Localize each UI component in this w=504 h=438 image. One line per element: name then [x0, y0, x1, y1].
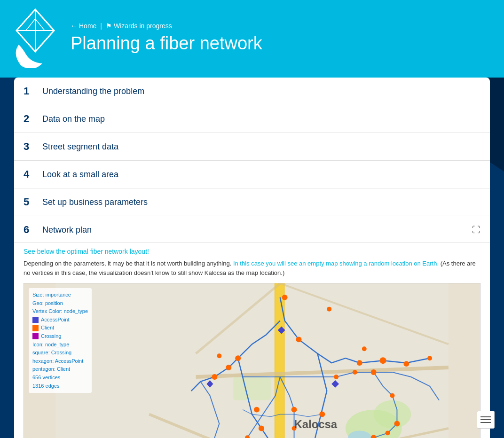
step-1[interactable]: 1 Understanding the problem — [14, 78, 490, 105]
svg-point-25 — [362, 346, 367, 351]
breadcrumb: ← Home | ⚑ Wizards in progress — [71, 22, 262, 30]
svg-point-44 — [353, 370, 357, 375]
legend-geo: Geo: position — [32, 299, 88, 308]
legend-access-point-label: AccessPoint — [41, 316, 70, 324]
legend-crossing-label: Crossing — [41, 332, 61, 341]
legend-vertices: 656 vertices — [32, 374, 88, 382]
legend-access-point-row: AccessPoint — [32, 316, 88, 324]
access-point-swatch — [32, 317, 39, 323]
home-label[interactable]: Home — [79, 22, 96, 30]
legend-vertex-color: Vertex Color: node_type — [32, 307, 88, 316]
legend-crossing-row: Crossing — [32, 332, 88, 341]
svg-point-27 — [217, 353, 221, 358]
step6-subtitle: See below the optimal fiber network layo… — [24, 248, 480, 255]
svg-point-33 — [291, 407, 297, 413]
main-container: 1 Understanding the problem 2 Data on th… — [0, 78, 504, 438]
svg-rect-8 — [233, 377, 271, 400]
legend-square: square: Crossing — [32, 349, 88, 357]
svg-point-22 — [380, 357, 386, 364]
svg-point-28 — [235, 355, 241, 361]
wizards-label[interactable]: Wizards in progress — [114, 22, 172, 30]
svg-point-38 — [390, 393, 395, 398]
step6-content: See below the optimal fiber network layo… — [14, 243, 490, 438]
step-5[interactable]: 5 Set up business parameters — [14, 188, 490, 216]
step-4-label: Look at a small area — [42, 170, 118, 180]
legend-client-label: Client — [41, 324, 54, 332]
svg-point-30 — [259, 425, 264, 431]
step-6[interactable]: 6 Network plan ⛶ — [14, 216, 490, 243]
step-3-label: Street segment data — [42, 142, 118, 152]
step-4-number: 4 — [24, 168, 38, 180]
svg-text:Kalocsa: Kalocsa — [294, 418, 338, 430]
legend-client-row: Client — [32, 324, 88, 332]
crossing-swatch — [32, 333, 39, 339]
step-6-number: 6 — [24, 224, 38, 236]
svg-point-39 — [394, 421, 400, 427]
logo — [9, 7, 61, 68]
step-6-label: Network plan — [42, 225, 92, 235]
home-icon: ← — [71, 22, 77, 30]
expand-icon[interactable]: ⛶ — [472, 225, 480, 235]
svg-point-37 — [371, 369, 377, 375]
step-1-label: Understanding the problem — [42, 86, 144, 96]
svg-point-42 — [212, 374, 217, 380]
step-5-label: Set up business parameters — [42, 197, 148, 207]
svg-line-4 — [26, 19, 35, 31]
svg-point-23 — [403, 361, 409, 367]
step-5-number: 5 — [24, 196, 38, 208]
map-legend: Size: importance Geo: position Vertex Co… — [29, 288, 92, 393]
svg-point-24 — [427, 356, 432, 360]
legend-pentagon: pentagon: Client — [32, 365, 88, 374]
legend-icon: Icon: node_type — [32, 341, 88, 349]
step6-description: Depending on the parameters, it may be t… — [24, 259, 480, 277]
svg-point-18 — [282, 295, 288, 300]
svg-point-19 — [327, 307, 331, 312]
legend-size: Size: importance — [32, 291, 88, 299]
menu-line-3 — [480, 422, 491, 423]
svg-point-21 — [357, 360, 362, 366]
menu-line-2 — [480, 419, 491, 420]
svg-point-43 — [334, 375, 339, 379]
svg-point-26 — [226, 365, 231, 370]
step-1-number: 1 — [24, 85, 38, 97]
step-2-number: 2 — [24, 113, 38, 125]
page-title: Planning a fiber network — [71, 33, 262, 54]
svg-point-40 — [386, 430, 390, 435]
flag-icon: ⚑ — [106, 22, 112, 30]
home-link[interactable]: ← Home — [71, 22, 96, 30]
client-swatch — [32, 325, 39, 331]
wizards-link[interactable]: ⚑ Wizards in progress — [106, 22, 172, 30]
svg-point-35 — [319, 412, 325, 417]
menu-line-1 — [480, 416, 491, 417]
step-3[interactable]: 3 Street segment data — [14, 133, 490, 161]
legend-edges: 1316 edges — [32, 382, 88, 391]
header: ← Home | ⚑ Wizards in progress Planning … — [0, 0, 504, 78]
map-svg: Kalocsa 51 — [24, 283, 480, 438]
map-container[interactable]: Kalocsa 51 Size: importance Geo: positio… — [24, 283, 480, 438]
step-2[interactable]: 2 Data on the map — [14, 105, 490, 133]
svg-line-3 — [35, 19, 45, 31]
svg-point-20 — [296, 336, 302, 342]
step-4[interactable]: 4 Look at a small area — [14, 161, 490, 188]
svg-point-7 — [374, 400, 411, 429]
menu-button[interactable] — [477, 411, 495, 429]
wizard-card: 1 Understanding the problem 2 Data on th… — [14, 78, 490, 438]
svg-point-29 — [254, 407, 260, 413]
header-right: ← Home | ⚑ Wizards in progress Planning … — [71, 22, 262, 54]
step-3-number: 3 — [24, 141, 38, 153]
step-2-label: Data on the map — [42, 114, 105, 124]
breadcrumb-sep: | — [100, 22, 102, 30]
legend-hexagon: hexagon: AccessPoint — [32, 357, 88, 366]
